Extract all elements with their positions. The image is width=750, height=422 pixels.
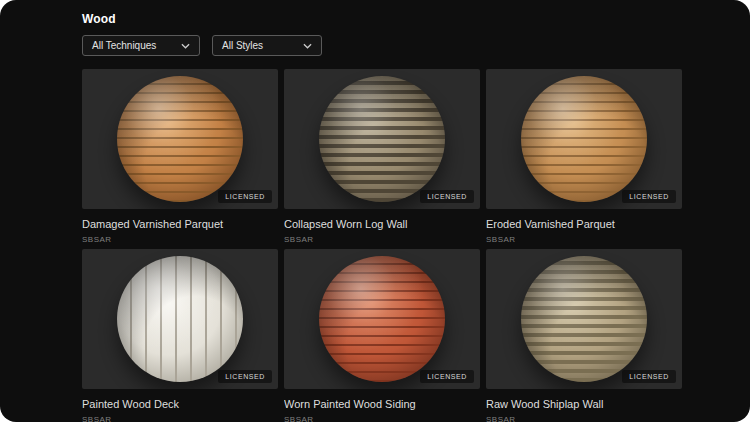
material-card[interactable]: LICENSED Eroded Varnished Parquet SBSAR	[486, 69, 682, 244]
licensed-badge: LICENSED	[420, 190, 474, 203]
material-title: Painted Wood Deck	[82, 398, 278, 411]
chevron-down-icon	[181, 43, 190, 49]
page-title: Wood	[82, 12, 682, 26]
material-title: Eroded Varnished Parquet	[486, 218, 682, 231]
licensed-badge: LICENSED	[420, 370, 474, 383]
techniques-filter-label: All Techniques	[92, 40, 156, 51]
licensed-badge: LICENSED	[622, 190, 676, 203]
licensed-badge: LICENSED	[622, 370, 676, 383]
material-sphere-preview	[319, 256, 445, 382]
licensed-badge: LICENSED	[218, 190, 272, 203]
material-sphere-preview	[117, 76, 243, 202]
material-preview-tile[interactable]: LICENSED	[284, 69, 480, 209]
material-preview-tile[interactable]: LICENSED	[82, 249, 278, 389]
material-card[interactable]: LICENSED Damaged Varnished Parquet SBSAR	[82, 69, 278, 244]
material-title: Raw Wood Shiplap Wall	[486, 398, 682, 411]
chevron-down-icon	[303, 43, 312, 49]
material-title: Collapsed Worn Log Wall	[284, 218, 480, 231]
content-area: Wood All Techniques All Styles LICENSED	[82, 12, 682, 422]
material-sphere-preview	[521, 76, 647, 202]
material-preview-tile[interactable]: LICENSED	[486, 249, 682, 389]
material-sphere-preview	[319, 76, 445, 202]
material-title: Worn Painted Wood Siding	[284, 398, 480, 411]
techniques-filter-dropdown[interactable]: All Techniques	[82, 35, 200, 56]
app-window: Wood All Techniques All Styles LICENSED	[0, 0, 750, 422]
material-format-label: SBSAR	[82, 415, 278, 422]
material-sphere-preview	[117, 256, 243, 382]
material-format-label: SBSAR	[284, 235, 480, 244]
licensed-badge: LICENSED	[218, 370, 272, 383]
material-format-label: SBSAR	[486, 235, 682, 244]
material-sphere-preview	[521, 256, 647, 382]
material-card[interactable]: LICENSED Collapsed Worn Log Wall SBSAR	[284, 69, 480, 244]
material-format-label: SBSAR	[82, 235, 278, 244]
material-preview-tile[interactable]: LICENSED	[284, 249, 480, 389]
styles-filter-dropdown[interactable]: All Styles	[212, 35, 322, 56]
material-format-label: SBSAR	[284, 415, 480, 422]
material-card[interactable]: LICENSED Painted Wood Deck SBSAR	[82, 249, 278, 422]
material-preview-tile[interactable]: LICENSED	[82, 69, 278, 209]
material-preview-tile[interactable]: LICENSED	[486, 69, 682, 209]
material-card[interactable]: LICENSED Worn Painted Wood Siding SBSAR	[284, 249, 480, 422]
material-grid: LICENSED Damaged Varnished Parquet SBSAR…	[82, 69, 682, 422]
material-format-label: SBSAR	[486, 415, 682, 422]
material-card[interactable]: LICENSED Raw Wood Shiplap Wall SBSAR	[486, 249, 682, 422]
filter-bar: All Techniques All Styles	[82, 35, 682, 56]
styles-filter-label: All Styles	[222, 40, 263, 51]
material-title: Damaged Varnished Parquet	[82, 218, 278, 231]
